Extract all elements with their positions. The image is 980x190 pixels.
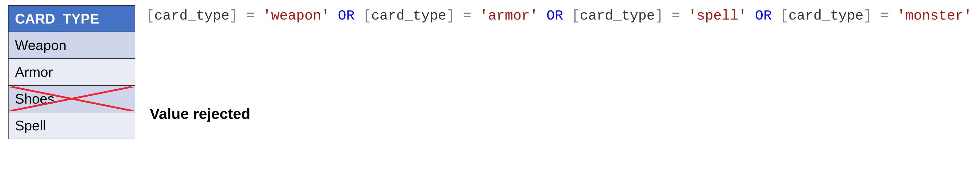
- table-row: Weapon: [8, 32, 135, 59]
- card-type-table: CARD_TYPE Weapon Armor Shoes Spell: [8, 5, 135, 139]
- cell-value: Shoes: [15, 91, 54, 107]
- table-row: Armor: [8, 59, 135, 85]
- constraint-expression: [card_type] = 'weapon' OR [card_type] = …: [146, 5, 972, 24]
- cell-value: Weapon: [15, 37, 67, 53]
- table-header: CARD_TYPE: [8, 6, 135, 32]
- table-row-rejected: Shoes: [8, 85, 135, 112]
- cell-value: Spell: [15, 118, 46, 133]
- cell-value: Armor: [15, 64, 53, 80]
- rejected-label: Value rejected: [150, 105, 250, 122]
- table-row: Spell: [8, 112, 135, 139]
